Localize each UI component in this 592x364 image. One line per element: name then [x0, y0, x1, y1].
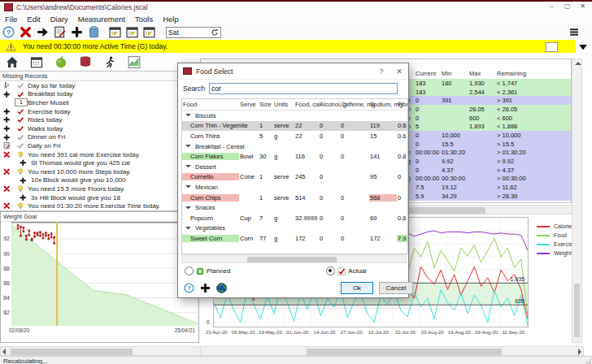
warning-inline-box[interactable]	[546, 42, 558, 52]
bulb-icon[interactable]	[13, 151, 28, 158]
weight-horizontal-scrollbar[interactable]	[0, 346, 199, 356]
edit-icon[interactable]	[0, 142, 13, 150]
missing-record-row[interactable]: 1Bircher Museli	[0, 98, 177, 107]
menu-item-edit[interactable]: Edit	[22, 15, 45, 24]
bulb-icon[interactable]	[13, 168, 28, 176]
check-red-icon[interactable]	[13, 116, 28, 124]
charts-view-icon[interactable]	[128, 56, 141, 68]
scrollbar-thumb[interactable]	[11, 349, 133, 355]
bulb-icon[interactable]	[13, 185, 28, 193]
go-arrow-icon[interactable]	[37, 26, 49, 38]
delete-icon[interactable]	[20, 26, 32, 38]
menu-item-file[interactable]: File	[0, 15, 22, 24]
missing-record-row[interactable]: Exercise today	[0, 107, 177, 116]
chevron-down-icon[interactable]	[185, 227, 191, 232]
check-red-icon[interactable]	[13, 108, 28, 115]
day-combobox[interactable]: Sat	[166, 27, 221, 38]
missing-record-row[interactable]: Dinner on Fri	[0, 133, 177, 142]
missing-record-row[interactable]: You need 391 cal more Exercise today.	[0, 150, 177, 159]
food-group-row[interactable]: Dessert	[182, 162, 407, 172]
plus-icon[interactable]	[0, 125, 13, 132]
food-view-icon[interactable]	[54, 56, 67, 68]
cancel-button[interactable]: Cancel	[379, 282, 413, 294]
plus-icon[interactable]	[19, 194, 28, 202]
calendar-view-icon[interactable]	[30, 56, 43, 68]
plus-icon[interactable]	[0, 134, 13, 141]
check-grey-icon[interactable]	[13, 82, 28, 89]
missing-record-row[interactable]: You need 10,000 more Steps today.	[0, 167, 177, 176]
scrollbar-thumb[interactable]	[247, 257, 337, 262]
missing-record-row[interactable]: Breakfast today	[0, 90, 177, 99]
chevron-down-icon[interactable]	[185, 145, 191, 150]
menu-item-help[interactable]: Help	[158, 15, 184, 24]
food-group-row[interactable]: Biscuits	[182, 110, 407, 121]
resize-grip[interactable]	[584, 358, 591, 364]
missing-record-row[interactable]: St Thomas would give you 425 cal	[0, 158, 177, 167]
scrollbar-up-arrow[interactable]	[575, 62, 581, 65]
food-item-row[interactable]: CornettoCone1serve245095012	[182, 172, 407, 183]
missing-record-row[interactable]: Daily on Fri	[0, 141, 177, 150]
close-button[interactable]: ✕	[575, 2, 590, 11]
food-group-row[interactable]: Mexican	[182, 182, 407, 193]
cross-icon[interactable]	[0, 168, 13, 176]
missing-record-row[interactable]: Rides today	[0, 115, 177, 124]
edit-entry-icon[interactable]	[54, 26, 66, 38]
plus-icon[interactable]	[0, 108, 13, 115]
check-red-icon[interactable]	[13, 125, 28, 132]
add-entry-icon[interactable]	[71, 26, 83, 38]
missing-record-row[interactable]: 3x Hill Block would give you 18	[0, 193, 177, 202]
food-item-row[interactable]: Corn FlakesBowl30g116001410.81	[182, 151, 407, 162]
cross-icon[interactable]	[0, 151, 13, 158]
food-group-row[interactable]: Vegetables	[182, 223, 407, 234]
history-horizontal-scrollbar[interactable]	[200, 346, 584, 356]
check-grey-icon[interactable]	[13, 134, 28, 141]
chevron-down-icon[interactable]	[185, 165, 191, 170]
plus-icon[interactable]	[19, 159, 28, 167]
maximize-button[interactable]: ▢	[559, 2, 575, 11]
check-grey-icon[interactable]	[13, 142, 28, 150]
search-input[interactable]	[209, 83, 398, 94]
scrollbar-thumb[interactable]	[307, 349, 502, 355]
exercise-view-icon[interactable]	[103, 56, 116, 68]
dialog-help-button[interactable]: ?	[372, 67, 390, 76]
hamburger-menu-icon[interactable]	[568, 27, 580, 37]
chevron-down-icon[interactable]	[185, 206, 191, 211]
scrollbar-left-arrow[interactable]	[2, 349, 6, 355]
plus-icon[interactable]	[0, 91, 13, 98]
database-view-icon[interactable]	[79, 56, 92, 68]
plus-icon[interactable]	[0, 116, 13, 124]
calendar-next-icon[interactable]	[143, 26, 155, 38]
ok-button[interactable]: Ok	[341, 282, 373, 294]
dialog-web-search-icon[interactable]	[216, 283, 227, 293]
bulb-icon[interactable]	[13, 202, 28, 210]
chevron-down-icon[interactable]	[185, 114, 191, 119]
missing-record-row[interactable]: 10x Block would give you 10,000	[0, 176, 177, 185]
food-table-scrollbar[interactable]	[181, 254, 407, 263]
quantity-input[interactable]: 1	[15, 98, 28, 106]
food-item-row[interactable]: Corn Thins5g2200150.60.	[182, 131, 407, 141]
minimize-button[interactable]: –	[544, 2, 559, 11]
chevron-down-icon[interactable]	[185, 185, 191, 190]
scrollbar-thumb[interactable]	[574, 284, 580, 337]
refresh-icon[interactable]	[211, 28, 219, 37]
right-vertical-scrollbar[interactable]	[572, 58, 582, 343]
menu-item-tools[interactable]: Tools	[130, 15, 158, 24]
cross-icon[interactable]	[0, 202, 13, 210]
plus-icon[interactable]	[19, 177, 28, 184]
food-group-row[interactable]: Snacks	[182, 202, 407, 213]
cross-icon[interactable]	[0, 185, 13, 193]
food-group-row[interactable]: Breakfast - Cereal	[182, 141, 407, 152]
actual-radio[interactable]	[326, 266, 335, 275]
calendar-today-icon[interactable]	[126, 26, 138, 38]
food-item-row[interactable]: PopcornCup7g32.999900690.61.	[182, 213, 407, 223]
check-red-icon[interactable]	[13, 91, 28, 98]
food-item-row[interactable]: Sweet CornCorn77g172001727.94.	[182, 233, 407, 244]
help-icon[interactable]: ?	[2, 26, 15, 38]
scrollbar-right-arrow[interactable]	[578, 349, 581, 355]
missing-record-row[interactable]: You need 01:30:20 more Exercise Time tod…	[0, 202, 177, 210]
planned-radio[interactable]	[185, 266, 194, 275]
warning-dropdown-icon[interactable]	[578, 42, 588, 51]
home-icon[interactable]	[6, 56, 19, 68]
clipboard-icon[interactable]	[88, 26, 100, 38]
menu-item-diary[interactable]: Diary	[46, 15, 73, 24]
